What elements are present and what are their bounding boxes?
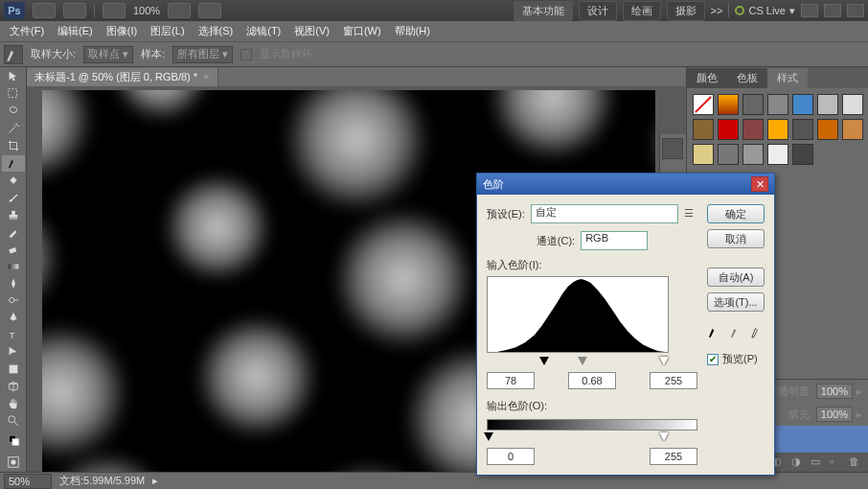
brush-tool[interactable]: [2, 189, 25, 205]
blur-tool[interactable]: [2, 275, 25, 291]
window-close[interactable]: [847, 4, 864, 17]
3d-tool[interactable]: [2, 379, 25, 395]
opacity-flyout-icon[interactable]: ▸: [857, 385, 862, 398]
screen-mode-button[interactable]: [198, 3, 221, 18]
ok-button[interactable]: 确定: [707, 204, 765, 223]
wand-tool[interactable]: [2, 121, 25, 137]
foreground-background-colors[interactable]: [2, 430, 25, 453]
close-tab-icon[interactable]: ×: [203, 71, 209, 82]
window-minimize[interactable]: [801, 4, 818, 17]
menu-window[interactable]: 窗口(W): [337, 22, 387, 40]
output-black-field[interactable]: [487, 448, 535, 465]
document-tab[interactable]: 未标题-1 @ 50% (图层 0, RGB/8) * ×: [27, 68, 218, 86]
style-swatch[interactable]: [817, 94, 838, 115]
tab-styles[interactable]: 样式: [767, 68, 808, 88]
eyedropper-tool[interactable]: [2, 155, 25, 172]
style-swatch[interactable]: [792, 94, 813, 115]
eraser-tool[interactable]: [2, 241, 25, 257]
menu-filter[interactable]: 滤镜(T): [240, 22, 286, 40]
style-swatch[interactable]: [693, 119, 714, 140]
preset-select[interactable]: 自定: [531, 204, 678, 223]
output-sliders[interactable]: [487, 432, 697, 444]
hand-tool[interactable]: [2, 396, 25, 412]
dock-collapse-icon[interactable]: [662, 138, 683, 159]
workspace-essentials[interactable]: 基本功能: [514, 1, 573, 21]
healing-tool[interactable]: [2, 173, 25, 189]
style-swatch[interactable]: [842, 94, 863, 115]
stamp-tool[interactable]: [2, 206, 25, 222]
zoom-level[interactable]: 100%: [133, 5, 160, 16]
style-swatch[interactable]: [718, 94, 739, 115]
menu-file[interactable]: 文件(F): [4, 22, 50, 40]
workspace-more[interactable]: >>: [711, 5, 723, 16]
style-swatch[interactable]: [718, 119, 739, 140]
auto-button[interactable]: 自动(A): [707, 268, 765, 287]
show-sampling-ring-checkbox[interactable]: [240, 49, 252, 60]
path-select-tool[interactable]: [2, 344, 25, 361]
output-white-field[interactable]: [650, 448, 697, 465]
group-icon[interactable]: ▭: [811, 455, 824, 469]
move-tool[interactable]: [2, 69, 25, 85]
menu-layer[interactable]: 图层(L): [145, 22, 190, 40]
style-swatch[interactable]: [792, 119, 813, 140]
input-gamma-field[interactable]: [568, 372, 616, 389]
input-black-field[interactable]: [487, 372, 535, 389]
tab-color[interactable]: 颜色: [687, 68, 727, 88]
status-zoom[interactable]: 50%: [4, 474, 52, 489]
dialog-close-button[interactable]: ✕: [751, 176, 768, 192]
sample-size-select[interactable]: 取样点 ▾: [83, 46, 133, 63]
style-swatch[interactable]: [767, 144, 788, 165]
workspace-design[interactable]: 设计: [579, 1, 617, 21]
workspace-painting[interactable]: 绘画: [623, 1, 661, 21]
view-extras-button[interactable]: [103, 3, 126, 18]
no-style[interactable]: [693, 94, 714, 115]
style-swatch[interactable]: [767, 94, 788, 115]
style-swatch[interactable]: [742, 119, 764, 140]
cslive-button[interactable]: CS Live▾: [735, 5, 795, 17]
output-white-slider[interactable]: [659, 432, 669, 441]
status-flyout-icon[interactable]: ▸: [152, 475, 158, 487]
style-swatch[interactable]: [693, 144, 714, 165]
style-swatch[interactable]: [817, 119, 838, 140]
bridge-button[interactable]: [33, 3, 56, 18]
input-sliders[interactable]: [487, 357, 697, 368]
style-swatch[interactable]: [742, 144, 764, 165]
gradient-tool[interactable]: [2, 258, 25, 274]
marquee-tool[interactable]: [2, 86, 25, 103]
black-eyedropper-icon[interactable]: [707, 323, 721, 340]
current-tool-icon[interactable]: [4, 45, 23, 64]
menu-select[interactable]: 选择(S): [193, 22, 240, 40]
arrange-docs-button[interactable]: [168, 3, 191, 18]
lasso-tool[interactable]: [2, 104, 25, 120]
crop-tool[interactable]: [2, 138, 25, 154]
output-black-slider[interactable]: [484, 432, 493, 441]
black-point-slider[interactable]: [539, 357, 549, 365]
trash-icon[interactable]: 🗑: [849, 455, 862, 469]
type-tool[interactable]: T: [2, 327, 25, 343]
menu-image[interactable]: 图像(I): [101, 22, 143, 40]
dialog-titlebar[interactable]: 色阶 ✕: [477, 174, 774, 195]
new-layer-icon[interactable]: ▫: [830, 455, 843, 469]
style-swatch[interactable]: [742, 94, 764, 115]
options-button[interactable]: 选项(T)...: [707, 292, 765, 312]
preset-menu-icon[interactable]: ☰: [684, 207, 697, 221]
opacity-value[interactable]: 100%: [816, 384, 853, 399]
white-eyedropper-icon[interactable]: [750, 323, 765, 340]
menu-edit[interactable]: 编辑(E): [52, 22, 99, 40]
cancel-button[interactable]: 取消: [707, 229, 765, 248]
gray-eyedropper-icon[interactable]: [729, 323, 743, 340]
channel-select[interactable]: RGB: [581, 231, 648, 250]
input-white-field[interactable]: [650, 372, 697, 389]
tab-swatches[interactable]: 色板: [727, 68, 767, 88]
minibridge-button[interactable]: [63, 3, 86, 18]
shape-tool[interactable]: [2, 361, 25, 378]
menu-view[interactable]: 视图(V): [288, 22, 335, 40]
quick-mask-toggle[interactable]: [2, 454, 25, 470]
sample-layers-select[interactable]: 所有图层 ▾: [172, 46, 233, 63]
fill-value[interactable]: 100%: [816, 407, 853, 422]
style-swatch[interactable]: [767, 119, 788, 140]
style-swatch[interactable]: [842, 119, 863, 140]
dodge-tool[interactable]: [2, 292, 25, 309]
zoom-tool[interactable]: [2, 412, 25, 429]
adjustment-icon[interactable]: ◑: [791, 455, 805, 469]
